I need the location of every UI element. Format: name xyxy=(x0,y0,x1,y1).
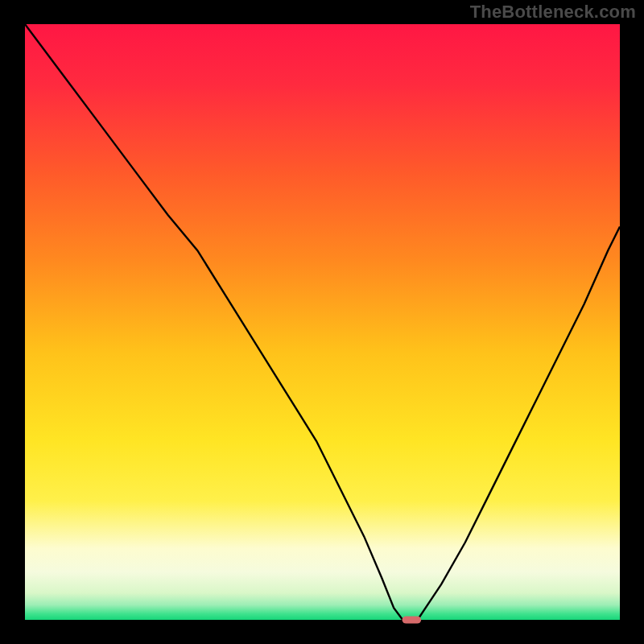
gradient-background xyxy=(25,24,620,620)
chart-frame: TheBottleneck.com xyxy=(0,0,644,644)
minimum-marker xyxy=(402,617,422,624)
bottleneck-chart xyxy=(0,0,644,644)
